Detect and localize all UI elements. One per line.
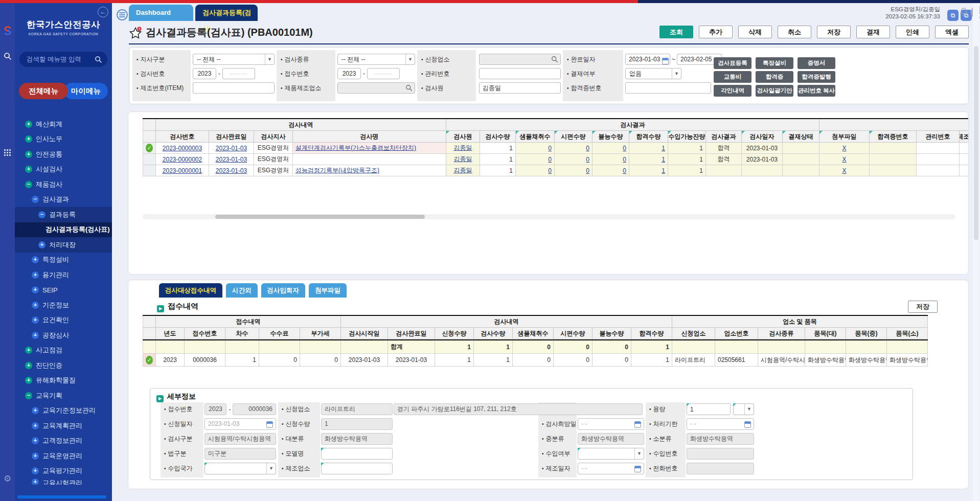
plus-circle-icon[interactable]: + — [32, 422, 39, 429]
search-icon[interactable] — [551, 56, 558, 63]
detail-field-모델명[interactable] — [321, 448, 393, 460]
검사종류-select[interactable]: -- 전체 --▼ — [337, 54, 415, 65]
column-header-차수[interactable]: 차수 — [225, 328, 259, 339]
link-샘플채취수[interactable]: 0 — [548, 167, 552, 174]
toolbar-button-삭제[interactable]: 삭제 — [738, 26, 772, 38]
row-select-cell[interactable] — [143, 154, 156, 165]
sidebar-item-예산회계[interactable]: +예산회계 — [15, 117, 112, 132]
용량-unit-select[interactable]: ▼ — [733, 403, 754, 415]
row-select-cell[interactable] — [143, 340, 156, 354]
plus-circle-icon[interactable]: + — [38, 241, 45, 248]
제조번호(ITEM)-input[interactable] — [193, 82, 275, 94]
row-select-cell[interactable] — [143, 165, 156, 176]
settings-gear-icon[interactable]: ⚙ — [0, 473, 15, 484]
chevron-down-icon[interactable]: ▼ — [634, 448, 644, 459]
신청업소-input[interactable] — [479, 54, 561, 65]
chevron-down-icon[interactable]: ▼ — [265, 54, 274, 64]
link-검사번호[interactable]: 2023-0000003 — [163, 145, 202, 152]
column-header-불능수량[interactable]: 불능수량 — [592, 131, 629, 143]
column-header-select[interactable] — [143, 131, 156, 143]
column-header-검사지사[interactable]: 검사지사 — [254, 131, 293, 143]
vertical-scrollbar[interactable] — [973, 3, 979, 501]
sidebar-item-인사노무[interactable]: +인사노무 — [15, 132, 112, 147]
detail-field-전화번호[interactable] — [687, 463, 754, 474]
처리기한-date-input[interactable]: - - — [687, 418, 754, 430]
link-샘플채취수[interactable]: 0 — [548, 156, 552, 163]
신청일자-date-input[interactable]: 2023-01-03 — [204, 418, 276, 430]
rail-search-icon[interactable] — [0, 52, 15, 62]
detail-field-제조업소[interactable] — [321, 463, 393, 474]
calendar-icon[interactable] — [634, 421, 641, 428]
toolbar-button-결재[interactable]: 결재 — [856, 26, 890, 38]
수입여부-select[interactable]: ▼ — [578, 448, 644, 460]
filter-field-접수번호[interactable]: - — [337, 68, 415, 79]
link-검사완료일[interactable]: 2023-01-03 — [216, 156, 247, 163]
filter-field-결재여부[interactable]: 없음▼ — [625, 68, 681, 79]
검사번호-serial-input[interactable] — [222, 68, 255, 79]
minus-circle-icon[interactable]: − — [32, 196, 39, 203]
filter-field-제조번호(ITEM)[interactable] — [193, 82, 275, 94]
sidebar-item-요건확인[interactable]: +요건확인 — [15, 313, 112, 328]
action-button-합격증[interactable]: 합격증 — [756, 71, 793, 83]
sidebar-item-기준정보[interactable]: +기준정보 — [15, 298, 112, 313]
용량-input[interactable] — [687, 403, 731, 415]
link-검사명[interactable]: 설계단계검사기록부(가스누출경보차단장치) — [295, 144, 416, 152]
검사번호-year-input[interactable] — [193, 68, 216, 79]
action-button-검사일괄기안[interactable]: 검사일괄기안 — [756, 85, 793, 97]
column-header-수입가능잔량[interactable]: 수입가능잔량 — [668, 131, 706, 143]
접수번호-serial-input[interactable] — [367, 68, 400, 79]
tab-inspection-result[interactable]: 검사결과등록(검사× — [195, 5, 258, 21]
plus-circle-icon[interactable]: + — [25, 377, 32, 384]
minus-circle-icon[interactable]: − — [25, 181, 32, 188]
column-header-검사완료일[interactable]: 검사완료일 — [209, 131, 254, 143]
chevron-down-icon[interactable]: ▼ — [744, 404, 754, 415]
column-header-결재상태[interactable]: 결재상태 — [783, 131, 819, 143]
date-from-input[interactable]: 2023-01-03 — [625, 54, 670, 65]
filter-field-검사종류[interactable]: -- 전체 --▼ — [337, 54, 415, 65]
action-button-증명서[interactable]: 증명서 — [797, 57, 835, 69]
link-불능수량[interactable]: 0 — [623, 145, 626, 152]
plus-circle-icon[interactable]: + — [32, 316, 39, 324]
lower-tab-검사입회자[interactable]: 검사입회자 — [261, 283, 306, 298]
search-icon[interactable] — [405, 84, 413, 92]
column-header-샘플채취수[interactable]: 샘플채취수 — [516, 131, 555, 143]
관리번호-input[interactable] — [479, 68, 561, 79]
sidebar-item-SEIP[interactable]: +SEIP — [15, 283, 112, 298]
link-검사완료일[interactable]: 2023-01-03 — [216, 145, 247, 152]
chevron-down-icon[interactable]: ▼ — [405, 54, 415, 64]
column-header-검사시작일[interactable]: 검사시작일 — [341, 328, 388, 339]
chevron-down-icon[interactable]: ▼ — [672, 69, 681, 79]
plus-circle-icon[interactable]: + — [32, 256, 39, 263]
plus-circle-icon[interactable]: + — [32, 437, 39, 444]
plus-circle-icon[interactable]: + — [32, 467, 39, 474]
chevron-down-icon[interactable]: ▼ — [266, 463, 276, 474]
toolbar-button-취소[interactable]: 취소 — [778, 26, 811, 38]
column-header-검사수량[interactable]: 검사수량 — [480, 131, 516, 143]
row-select-cell[interactable]: ✓ — [143, 354, 156, 367]
sidebar-item-제품검사[interactable]: −제품검사 — [15, 177, 112, 192]
filter-field-신청업소[interactable] — [479, 54, 561, 65]
minus-circle-icon[interactable]: − — [38, 211, 45, 218]
제조일자-date-input[interactable]: - - — [578, 463, 644, 474]
sidebar-item-시설검사[interactable]: +시설검사 — [15, 162, 112, 177]
column-header-첨부파일[interactable]: 첨부파일 — [819, 131, 870, 143]
column-header-품목(대)[interactable]: 품목(대) — [805, 328, 846, 339]
sidebar-item-교육평가관리[interactable]: +교육평가관리 — [15, 464, 112, 479]
filter-field-완료일자[interactable]: 2023-01-03~2023-02-05 — [625, 54, 727, 65]
rail-grid-icon[interactable] — [0, 149, 15, 157]
column-header-select[interactable] — [143, 328, 156, 339]
sidebar-item-공장심사[interactable]: +공장심사 — [15, 328, 112, 343]
hamburger-icon[interactable] — [117, 9, 128, 20]
filter-field-관리번호[interactable] — [479, 68, 561, 79]
column-header-합격수량[interactable]: 합격수량 — [629, 131, 668, 143]
sidebar-item-특정설비[interactable]: +특정설비 — [15, 253, 112, 268]
plus-circle-icon[interactable]: + — [32, 271, 39, 279]
column-header-샘플채취수[interactable]: 샘플채취수 — [513, 328, 554, 339]
link-불능수량[interactable]: 0 — [623, 156, 626, 163]
column-header-검사결과[interactable]: 검사결과 — [706, 131, 742, 143]
save-button[interactable]: 저장 — [908, 301, 938, 313]
link-합격수량[interactable]: 1 — [662, 145, 665, 152]
column-header-접수번호[interactable]: 접수번호 — [185, 328, 225, 339]
link-시편수량[interactable]: 0 — [586, 156, 589, 163]
column-header-품목(중)[interactable]: 품목(중) — [846, 328, 887, 339]
